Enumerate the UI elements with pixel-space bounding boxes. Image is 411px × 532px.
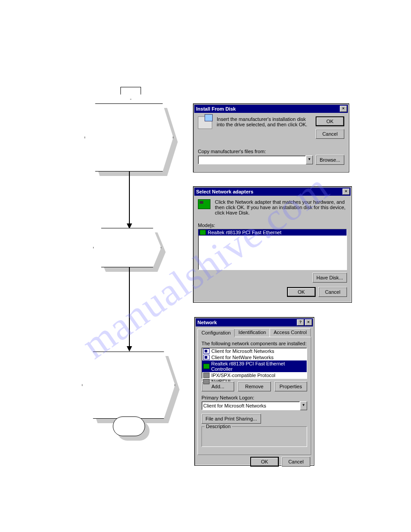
logon-label: Primary Network Logon: bbox=[201, 395, 307, 400]
list-item-label: IPX/SPX-compatible Protocol bbox=[211, 373, 275, 378]
disk-icon bbox=[198, 116, 212, 129]
titlebar: Network ? × bbox=[196, 318, 313, 326]
tab-configuration[interactable]: Configuration bbox=[197, 329, 235, 337]
tabs: Configuration Identification Access Cont… bbox=[196, 326, 313, 337]
arrow-1 bbox=[129, 172, 130, 225]
tab-identification[interactable]: Identification bbox=[234, 328, 270, 337]
select-network-adapters-dialog: Select Network adapters × Click the Netw… bbox=[193, 186, 352, 303]
cancel-button[interactable]: Cancel bbox=[282, 457, 310, 467]
list-item-label: Client for NetWare Networks bbox=[211, 355, 274, 360]
instruction-text: Insert the manufacturer's installation d… bbox=[217, 116, 311, 139]
models-label: Models: bbox=[198, 223, 347, 228]
browse-button[interactable]: Browse... bbox=[316, 155, 344, 165]
instruction-text: Click the Network adapter that matches y… bbox=[215, 199, 347, 215]
client-icon bbox=[203, 355, 210, 360]
list-item-label: Realtek rtl8139 PCI Fast Ethernet Contro… bbox=[211, 361, 305, 372]
tab-panel: The following network components are ins… bbox=[197, 337, 311, 455]
description-label: Description bbox=[205, 424, 232, 429]
tab-access-control[interactable]: Access Control bbox=[270, 328, 311, 337]
dropdown-icon[interactable]: ▼ bbox=[306, 155, 313, 164]
components-label: The following network components are ins… bbox=[201, 341, 307, 346]
arrow-head-2 bbox=[127, 346, 132, 352]
ok-button[interactable]: OK bbox=[316, 116, 344, 126]
copy-from-input[interactable] bbox=[198, 155, 306, 164]
properties-button[interactable]: Properties bbox=[274, 382, 307, 391]
network-dialog: Network ? × Configuration Identification… bbox=[194, 317, 314, 466]
components-listbox[interactable]: Client for Microsoft Networks Client for… bbox=[201, 348, 307, 379]
list-item[interactable]: Client for NetWare Networks bbox=[202, 354, 307, 360]
list-item[interactable]: Realtek rtl8139 PCI Fast Ethernet Contro… bbox=[202, 360, 307, 372]
adapter-item-icon bbox=[200, 230, 206, 235]
models-listbox[interactable]: Realtek rtl8139 PCI Fast Ethernet bbox=[198, 229, 347, 270]
title-text: Install From Disk bbox=[196, 106, 236, 112]
list-item[interactable]: IPX/SPX-compatible Protocol bbox=[202, 372, 307, 378]
protocol-icon bbox=[203, 379, 210, 384]
title-text: Network bbox=[197, 320, 217, 325]
remove-button[interactable]: Remove bbox=[238, 382, 270, 391]
close-icon[interactable]: × bbox=[342, 189, 350, 195]
logon-select[interactable]: Client for Microsoft Networks bbox=[201, 401, 300, 410]
close-icon[interactable]: × bbox=[305, 319, 312, 326]
cancel-button[interactable]: Cancel bbox=[318, 287, 347, 297]
have-disk-button[interactable]: Have Disk... bbox=[313, 273, 347, 283]
client-icon bbox=[203, 348, 210, 354]
cancel-button[interactable]: Cancel bbox=[316, 129, 344, 139]
close-icon[interactable]: × bbox=[340, 106, 347, 112]
adapter-icon bbox=[198, 199, 210, 209]
adapter-item-icon bbox=[203, 364, 210, 369]
model-item-label: Realtek rtl8139 PCI Fast Ethernet bbox=[208, 230, 281, 235]
list-item[interactable]: Client for Microsoft Networks bbox=[202, 348, 307, 354]
install-from-disk-dialog: Install From Disk × Insert the manufactu… bbox=[193, 103, 349, 172]
protocol-icon bbox=[203, 373, 210, 378]
title-text: Select Network adapters bbox=[196, 189, 253, 194]
description-group: Description bbox=[201, 426, 307, 447]
help-icon[interactable]: ? bbox=[297, 319, 304, 326]
list-item-label: Client for Microsoft Networks bbox=[211, 348, 274, 354]
ok-button[interactable]: OK bbox=[250, 457, 279, 467]
titlebar: Select Network adapters × bbox=[194, 188, 351, 196]
file-print-sharing-button[interactable]: File and Print Sharing... bbox=[201, 414, 261, 424]
list-item[interactable]: Realtek rtl8139 PCI Fast Ethernet bbox=[198, 229, 347, 236]
copy-from-label: Copy manufacturer's files from: bbox=[198, 149, 344, 154]
ok-button[interactable]: OK bbox=[287, 287, 316, 297]
arrow-2 bbox=[129, 267, 130, 348]
titlebar: Install From Disk × bbox=[194, 105, 348, 113]
dropdown-icon[interactable]: ▼ bbox=[300, 401, 307, 410]
